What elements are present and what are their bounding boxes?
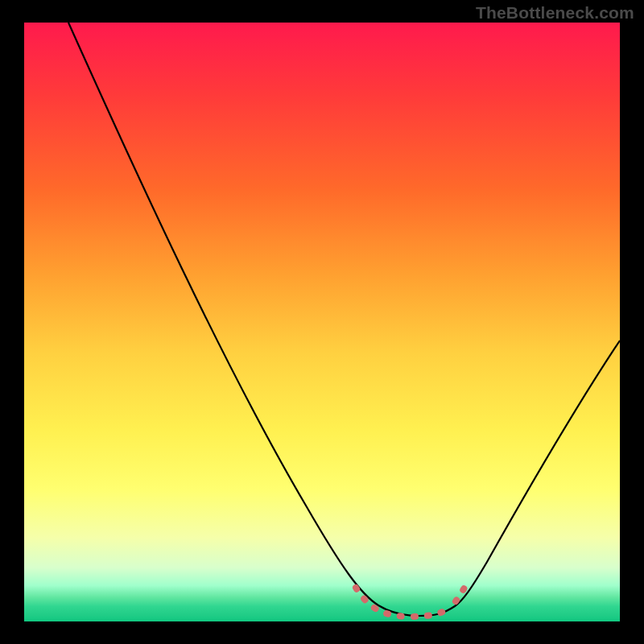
main-curve xyxy=(68,23,620,616)
bottleneck-curve-plot xyxy=(24,23,620,621)
optimal-range-marker xyxy=(356,582,468,617)
watermark-text: TheBottleneck.com xyxy=(476,3,634,23)
chart-frame: TheBottleneck.com xyxy=(0,0,644,644)
